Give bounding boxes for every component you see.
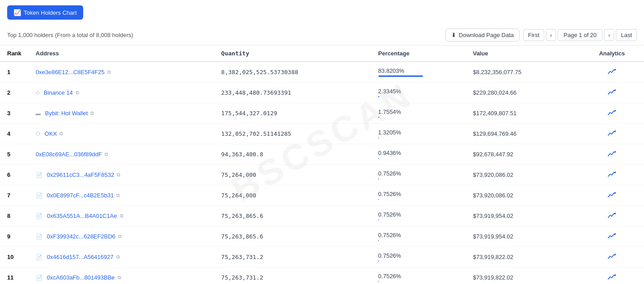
address-label-icon: ⬡ xyxy=(36,131,40,137)
col-rank: Rank xyxy=(0,46,29,62)
analytics-chart-icon[interactable] xyxy=(608,171,616,179)
cell-address: ◇Binance 14⧉ xyxy=(29,83,214,103)
address-label-icon: ▬ xyxy=(36,111,41,116)
copy-address-button[interactable]: ⧉ xyxy=(107,69,111,75)
copy-address-button[interactable]: ⧉ xyxy=(90,110,94,116)
table-row: 4⬡OKX⧉132,052,702.511412851.3205%$129,69… xyxy=(0,124,644,144)
last-page-button[interactable]: Last xyxy=(616,29,637,41)
table-row: 10📄0x4616d157...A56416927⧉75,263,731.20.… xyxy=(0,247,644,267)
analytics-chart-icon[interactable] xyxy=(608,89,616,96)
cell-percentage: 0.7526% xyxy=(371,247,466,267)
table-row: 3▬Bybit: Hot Wallet⧉175,544,327.01291.75… xyxy=(0,103,644,124)
cell-percentage: 2.3345% xyxy=(371,83,466,103)
cell-address: ▬Bybit: Hot Wallet⧉ xyxy=(29,103,214,124)
address-link[interactable]: 0xe3e86E12...C8E5F4F25 xyxy=(36,69,105,75)
analytics-chart-icon[interactable] xyxy=(608,130,616,138)
cell-value: $73,919,954.02 xyxy=(466,226,580,247)
token-chart-button[interactable]: 📈 Token Holders Chart xyxy=(7,5,83,20)
token-chart-label: Token Holders Chart xyxy=(24,9,77,16)
address-link[interactable]: 0xcA603aFb...801493BBe xyxy=(47,274,115,281)
cell-quantity: 75,263,731.2 xyxy=(214,247,371,267)
col-value: Value xyxy=(466,46,580,62)
cell-percentage: 0.7526% xyxy=(371,206,466,226)
address-link[interactable]: 0x4616d157...A56416927 xyxy=(47,254,114,260)
copy-address-button[interactable]: ⧉ xyxy=(117,172,120,178)
address-link[interactable]: 0xE08c69AE...036f89ddF xyxy=(36,151,102,158)
cell-value: $73,919,822.02 xyxy=(466,247,580,267)
cell-analytics xyxy=(580,124,644,144)
analytics-chart-icon[interactable] xyxy=(608,253,616,261)
copy-address-button[interactable]: ⧉ xyxy=(76,90,79,96)
copy-address-button[interactable]: ⧉ xyxy=(116,254,120,260)
cell-analytics xyxy=(580,144,644,165)
address-link[interactable]: 0x0E8997cF...c4B2E5b31 xyxy=(47,192,114,199)
cell-quantity: 75,263,865.6 xyxy=(214,226,371,247)
prev-page-button[interactable]: ‹ xyxy=(546,29,556,41)
address-file-icon: 📄 xyxy=(36,213,42,219)
copy-address-button[interactable]: ⧉ xyxy=(120,213,123,219)
address-link[interactable]: 0x29611cC3...4aF5F8532 xyxy=(47,171,114,178)
cell-percentage: 0.7526% xyxy=(371,267,466,284)
analytics-chart-icon[interactable] xyxy=(608,274,616,281)
analytics-chart-icon[interactable] xyxy=(608,68,616,76)
cell-percentage: 0.7526% xyxy=(371,226,466,247)
download-button[interactable]: ⬇ Download Page Data xyxy=(445,29,520,42)
cell-analytics xyxy=(580,206,644,226)
cell-value: $8,232,356,077.75 xyxy=(466,62,580,83)
cell-quantity: 75,264,000 xyxy=(214,185,371,206)
cell-percentage: 83.8203% xyxy=(371,62,466,83)
holders-table: Rank Address Quantity Percentage Value A… xyxy=(0,46,644,284)
chart-icon: 📈 xyxy=(13,9,21,16)
address-file-icon: 📄 xyxy=(36,192,42,199)
cell-quantity: 75,264,000 xyxy=(214,165,371,185)
cell-percentage: 0.7526% xyxy=(371,185,466,206)
cell-percentage: 1.3205% xyxy=(371,124,466,144)
copy-address-button[interactable]: ⧉ xyxy=(118,275,121,280)
cell-address: ⬡OKX⧉ xyxy=(29,124,214,144)
cell-address: 📄0x29611cC3...4aF5F8532⧉ xyxy=(29,165,214,185)
percentage-bar xyxy=(378,260,379,262)
percentage-bar xyxy=(378,75,424,77)
analytics-chart-icon[interactable] xyxy=(608,233,616,240)
cell-rank: 9 xyxy=(0,226,29,247)
copy-address-button[interactable]: ⧉ xyxy=(59,131,63,137)
copy-address-button[interactable]: ⧉ xyxy=(116,192,120,198)
top-bar: 📈 Token Holders Chart xyxy=(0,0,644,25)
address-link[interactable]: 0xF399342c...628EF2BD6 xyxy=(47,233,115,240)
analytics-chart-icon[interactable] xyxy=(608,150,616,158)
cell-quantity: 233,448,480.73693391 xyxy=(214,83,371,103)
address-link[interactable]: 0x635A551A...B4A01C1Ae xyxy=(47,213,117,219)
cell-analytics xyxy=(580,103,644,124)
copy-address-button[interactable]: ⧉ xyxy=(118,234,122,239)
cell-rank: 11 xyxy=(0,267,29,284)
cell-address: 📄0x0E8997cF...c4B2E5b31⧉ xyxy=(29,185,214,206)
col-quantity: Quantity xyxy=(214,46,371,62)
cell-rank: 10 xyxy=(0,247,29,267)
address-file-icon: 📄 xyxy=(36,172,42,178)
holders-description: Top 1,000 holders (From a total of 8,008… xyxy=(7,32,133,38)
address-link[interactable]: OKX xyxy=(45,130,57,137)
address-file-icon: 📄 xyxy=(36,275,42,281)
analytics-chart-icon[interactable] xyxy=(608,212,616,220)
cell-percentage: 0.7526% xyxy=(371,165,466,185)
table-row: 10xe3e86E12...C8E5F4F25⧉8,382,025,525.53… xyxy=(0,62,644,83)
col-analytics: Analytics xyxy=(580,46,644,62)
percentage-bar xyxy=(378,219,379,221)
address-link[interactable]: Bybit: Hot Wallet xyxy=(45,110,88,117)
cell-address: 0xe3e86E12...C8E5F4F25⧉ xyxy=(29,62,214,83)
address-link[interactable]: Binance 14 xyxy=(44,89,73,96)
cell-value: $73,920,086.02 xyxy=(466,185,580,206)
copy-address-button[interactable]: ⧉ xyxy=(105,151,108,157)
address-file-icon: 📄 xyxy=(36,234,42,240)
cell-rank: 7 xyxy=(0,185,29,206)
address-label-icon: ◇ xyxy=(36,90,39,96)
cell-analytics xyxy=(580,267,644,284)
analytics-chart-icon[interactable] xyxy=(608,109,616,117)
percentage-text: 0.7526% xyxy=(378,170,459,177)
analytics-chart-icon[interactable] xyxy=(608,192,616,199)
percentage-text: 0.7526% xyxy=(378,273,459,280)
first-page-button[interactable]: First xyxy=(523,29,544,41)
cell-percentage: 1.7554% xyxy=(371,103,466,124)
next-page-button[interactable]: › xyxy=(604,29,614,41)
cell-address: 📄0x4616d157...A56416927⧉ xyxy=(29,247,214,267)
